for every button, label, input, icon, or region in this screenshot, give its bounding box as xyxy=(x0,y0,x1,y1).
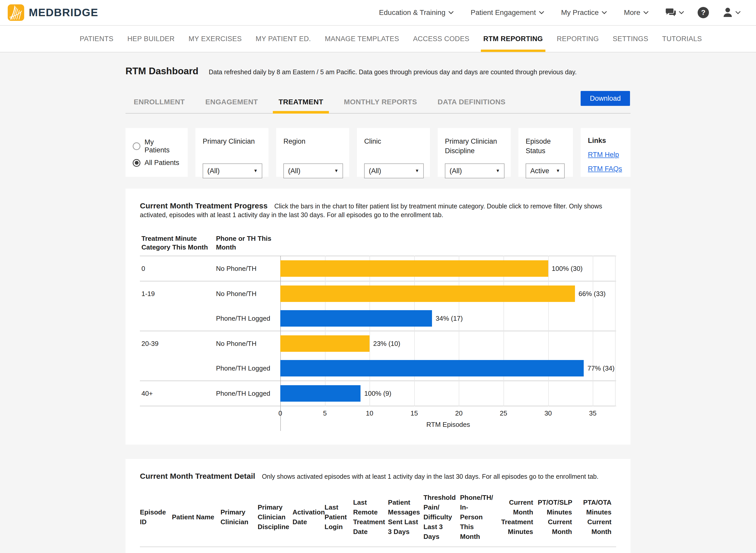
filter-card-primary-clinician-discipline: Primary Clinician Discipline(All)▼ xyxy=(438,128,511,177)
radio-dot-icon xyxy=(135,161,139,165)
chart-bar[interactable] xyxy=(280,360,584,377)
chart-col2-header: Phone or TH This Month xyxy=(216,234,280,252)
caret-down-icon: ▼ xyxy=(334,168,338,173)
chevron-down-icon xyxy=(449,11,454,14)
nav-item-manage-templates[interactable]: MANAGE TEMPLATES xyxy=(325,26,399,52)
caret-down-icon: ▼ xyxy=(253,168,258,173)
nav-item-hep-builder[interactable]: HEP BUILDER xyxy=(127,26,175,52)
axis-tick-15: 15 xyxy=(410,409,418,417)
treatment-progress-card: Current Month Treatment ProgressClick th… xyxy=(126,188,630,445)
chart-bar[interactable] xyxy=(280,286,575,302)
select-value: Active xyxy=(530,167,549,175)
select-value: (All) xyxy=(450,167,462,175)
chart-x-axis-title: RTM Episodes xyxy=(280,421,616,435)
tab-engagement[interactable]: ENGAGEMENT xyxy=(205,91,258,113)
tab-label: ENGAGEMENT xyxy=(205,98,258,106)
top-nav-item-education-training[interactable]: Education & Training xyxy=(379,8,454,17)
top-nav-item-more[interactable]: More xyxy=(624,8,648,17)
top-header: MEDBRIDGE Education & TrainingPatient En… xyxy=(0,0,756,26)
cell-primary-clinician-discipline: Nurse xyxy=(258,547,293,553)
axis-tick-30: 30 xyxy=(544,409,552,417)
link-rtm-help[interactable]: RTM Help xyxy=(588,151,623,159)
col-header-pta-ota-minutes-current-month: PTA/OTA Minutes Current Month xyxy=(576,493,616,547)
clinic-select[interactable]: (All)▼ xyxy=(364,163,424,178)
axis-tick-0: 0 xyxy=(278,409,282,417)
nav-item-label: RTM REPORTING xyxy=(483,35,543,43)
chart-group-0: 0No Phone/TH100% (30) xyxy=(140,256,616,281)
chat-menu-button[interactable] xyxy=(666,8,684,17)
active-nav-underline xyxy=(481,50,546,52)
tab-monthly-reports[interactable]: MONTHLY REPORTS xyxy=(344,91,417,113)
account-menu-button[interactable] xyxy=(723,7,741,18)
filter-label-episode-status: Episode Status xyxy=(526,137,566,163)
nav-item-settings[interactable]: SETTINGS xyxy=(613,26,648,52)
nav-item-label: TUTORIALS xyxy=(662,35,702,43)
radio-all-patients[interactable]: All Patients xyxy=(133,159,181,167)
header-icon-group: ? xyxy=(666,7,741,18)
bar-track: 23% (10) xyxy=(280,331,615,356)
nav-item-tutorials[interactable]: TUTORIALS xyxy=(662,26,702,52)
title-row: RTM Dashboard Data refreshed daily by 8 … xyxy=(126,66,630,77)
chart-bar-row: Phone/TH Logged34% (17) xyxy=(140,306,616,331)
links-list: RTM HelpRTM FAQs xyxy=(588,151,623,173)
nav-item-rtm-reporting[interactable]: RTM REPORTING xyxy=(483,26,543,52)
top-nav-item-patient-engagement[interactable]: Patient Engagement xyxy=(471,8,544,17)
download-button[interactable]: Download xyxy=(580,91,630,106)
primary-clinician-select[interactable]: (All)▼ xyxy=(203,163,262,178)
top-nav-item-my-practice[interactable]: My Practice xyxy=(561,8,607,17)
chevron-down-icon xyxy=(679,11,684,14)
tab-enrollment[interactable]: ENROLLMENT xyxy=(134,91,185,113)
nav-item-my-patient-ed-[interactable]: MY PATIENT ED. xyxy=(256,26,311,52)
radio-my-patients[interactable]: My Patients xyxy=(133,138,181,154)
chart-bar[interactable] xyxy=(280,335,369,352)
caret-down-icon: ▼ xyxy=(556,168,560,173)
nav-item-label: ACCESS CODES xyxy=(413,35,469,43)
col-header-activation-date: Activation Date xyxy=(293,493,325,547)
chart-bar[interactable] xyxy=(280,385,360,402)
secondary-nav: PATIENTSHEP BUILDERMY EXERCISESMY PATIEN… xyxy=(0,26,756,53)
chart-group-1-19: 1-19No Phone/TH66% (33)Phone/TH Logged34… xyxy=(140,281,616,331)
filters-row: My PatientsAll Patients Primary Clinicia… xyxy=(126,128,630,177)
bar-phone-label: No Phone/TH xyxy=(216,265,280,272)
radio-label: My Patients xyxy=(144,138,181,154)
nav-item-reporting[interactable]: REPORTING xyxy=(557,26,599,52)
col-header-primary-clinician: Primary Clinician xyxy=(220,493,258,547)
chart-bar-row: Phone/TH Logged77% (34) xyxy=(140,356,616,381)
axis-tick-35: 35 xyxy=(589,409,597,417)
top-nav-item-label: Patient Engagement xyxy=(471,8,536,17)
col-header-last-patient-login: Last Patient Login xyxy=(325,493,353,547)
top-nav-item-label: Education & Training xyxy=(379,8,445,17)
table-header-row: Episode IDPatient NamePrimary ClinicianP… xyxy=(140,493,616,547)
primary-clinician-discipline-select[interactable]: (All)▼ xyxy=(445,163,504,178)
cell-patient-messages-sent-last-3-days: 0 xyxy=(388,547,423,553)
nav-item-access-codes[interactable]: ACCESS CODES xyxy=(413,26,469,52)
cell-activation-date: 10/9/23 xyxy=(293,547,325,553)
top-nav: Education & TrainingPatient EngagementMy… xyxy=(379,8,648,17)
filter-label-region: Region xyxy=(283,137,342,163)
bar-category-label: 1-19 xyxy=(140,290,216,298)
episode-status-select[interactable]: Active▼ xyxy=(526,163,565,178)
bar-track: 34% (17) xyxy=(280,306,615,331)
cell-last-patient-login: 10/9/23 xyxy=(325,547,353,553)
filter-card-episode-status: Episode StatusActive▼ xyxy=(519,128,573,177)
axis-tick-5: 5 xyxy=(323,409,327,417)
tab-label: DATA DEFINITIONS xyxy=(438,98,505,106)
tab-data-definitions[interactable]: DATA DEFINITIONS xyxy=(438,91,505,113)
bar-phone-label: No Phone/TH xyxy=(216,340,280,348)
chart-bar[interactable] xyxy=(280,260,548,277)
nav-item-my-exercises[interactable]: MY EXERCISES xyxy=(189,26,242,52)
link-rtm-faqs[interactable]: RTM FAQs xyxy=(588,165,623,173)
bar-track: 100% (9) xyxy=(280,381,615,406)
dropdown-cards: Primary Clinician(All)▼Region(All)▼Clini… xyxy=(195,128,573,177)
chart-bar[interactable] xyxy=(280,310,432,327)
bar-value-label: 34% (17) xyxy=(435,315,463,322)
links-title: Links xyxy=(588,137,623,145)
nav-item-patients[interactable]: PATIENTS xyxy=(80,26,114,52)
tab-treatment[interactable]: TREATMENT xyxy=(278,91,323,113)
bar-phone-label: No Phone/TH xyxy=(216,290,280,298)
filter-card-primary-clinician: Primary Clinician(All)▼ xyxy=(195,128,268,177)
region-select[interactable]: (All)▼ xyxy=(283,163,343,178)
help-button[interactable]: ? xyxy=(697,7,709,18)
chart-col1-header: Treatment Minute Category This Month xyxy=(140,234,216,252)
col-header-primary-clinician-discipline: Primary Clinician Discipline xyxy=(258,493,293,547)
